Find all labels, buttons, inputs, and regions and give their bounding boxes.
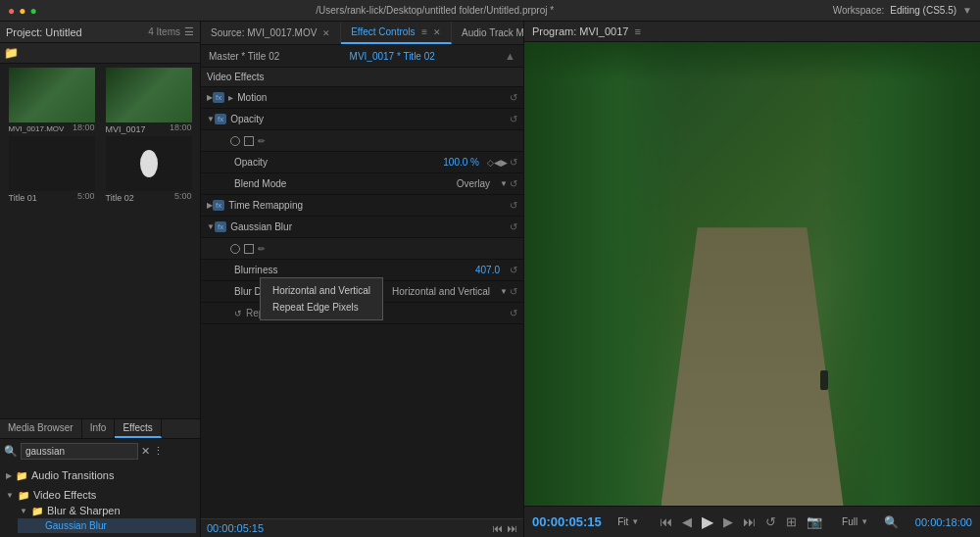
clip-link[interactable]: MVI_0017 * Title 02 xyxy=(350,51,435,62)
fit-dropdown-icon[interactable]: ▼ xyxy=(631,517,639,526)
opacity-reset-icon[interactable]: ↺ xyxy=(510,114,517,124)
gaussian-expand-icon[interactable]: ▼ xyxy=(207,222,215,231)
effects-search-row: 🔍 ✕ ⋮ xyxy=(0,439,200,464)
thumb-item-3[interactable]: Title 02 5:00 xyxy=(101,136,196,203)
fit-control[interactable]: Fit ▼ xyxy=(617,516,639,527)
time-remap-reset-icon[interactable]: ↺ xyxy=(510,200,517,211)
full-dropdown-icon[interactable]: ▼ xyxy=(860,517,868,526)
project-header: Project: Untitled 4 Items ☰ xyxy=(0,22,200,43)
clear-search-button[interactable]: ✕ xyxy=(141,445,150,458)
opacity-diamond-icon[interactable]: ◇ xyxy=(487,158,494,168)
effects-options-button[interactable]: ⋮ xyxy=(153,445,164,458)
opacity-next-keyframe-icon[interactable]: ▶ xyxy=(501,158,508,168)
blur-dimensions-reset-icon[interactable]: ↺ xyxy=(510,286,517,297)
dropdown-menu[interactable]: Horizontal and Vertical Repeat Edge Pixe… xyxy=(260,277,383,320)
time-remap-label: Time Remapping xyxy=(228,200,508,211)
time-remap-row[interactable]: ▶ fx Time Remapping ↺ xyxy=(201,195,523,217)
opacity-prev-keyframe-icon[interactable]: ◀ xyxy=(494,158,501,168)
motion-effect-row[interactable]: ▶ fx ▸ Motion ↺ xyxy=(201,87,523,109)
effect-controls-tab[interactable]: Effect Controls ≡ ✕ xyxy=(341,22,452,44)
thumb-item-2[interactable]: Title 01 5:00 xyxy=(4,136,99,203)
zoom-icon[interactable]: 🔍 xyxy=(884,515,899,529)
project-toolbar: 📁 xyxy=(0,43,200,64)
pen-btn-gaussian[interactable]: ✏ xyxy=(258,244,266,254)
pen-btn-opacity[interactable]: ✏ xyxy=(258,136,266,146)
traffic-lights[interactable]: ● ● ● xyxy=(8,4,37,18)
gaussian-sub-row: ✏ xyxy=(201,238,523,260)
prev-frame-button[interactable]: ◀ xyxy=(678,513,696,531)
effect-group-audio-transitions[interactable]: ▶ 📁 Audio Transitions xyxy=(0,465,200,485)
dropdown-item-repeat-edge[interactable]: Repeat Edge Pixels xyxy=(269,299,374,316)
gaussian-blur-effect-row[interactable]: ▼ fx Gaussian Blur ↺ xyxy=(201,217,523,238)
circle-btn-gaussian[interactable] xyxy=(230,244,240,254)
tab-media-browser[interactable]: Media Browser xyxy=(0,419,82,438)
thumb-item-1[interactable]: MVI_0017 18:00 xyxy=(101,68,196,134)
blend-mode-dropdown[interactable]: Overlay ▼ xyxy=(457,178,508,189)
program-timecode-out[interactable]: 00:00:18:00 xyxy=(915,516,972,528)
step-forward-button[interactable]: ⏭ xyxy=(739,513,760,531)
motion-reset-icon[interactable]: ↺ xyxy=(510,92,517,103)
project-title: Project: Untitled xyxy=(6,26,82,38)
blur-dimensions-dropdown[interactable]: Horizontal and Vertical ▼ xyxy=(392,286,508,297)
scroll-to-top-icon[interactable]: ▲ xyxy=(505,50,515,62)
folder-icon[interactable]: 📁 xyxy=(4,46,19,60)
source-tab-close-icon[interactable]: ✕ xyxy=(322,28,330,38)
zoom-control[interactable]: 🔍 xyxy=(884,515,899,529)
program-panel-menu-icon[interactable]: ≡ xyxy=(634,25,640,37)
program-timecode-in[interactable]: 00:00:05:15 xyxy=(532,514,602,529)
fx-gaussian-badge: fx xyxy=(215,221,226,232)
thumb-item-0[interactable]: MVI_0017.MOV 18:00 xyxy=(4,68,99,134)
items-count: 4 Items xyxy=(148,26,180,37)
dropdown-item-horizontal-vertical[interactable]: Horizontal and Vertical xyxy=(269,282,374,299)
effect-controls-tab-menu-icon[interactable]: ≡ xyxy=(421,26,427,37)
blend-mode-reset-icon[interactable]: ↺ xyxy=(510,178,517,189)
opacity-value-row[interactable]: Opacity 100.0 % ◇ ◀ ▶ ↺ xyxy=(201,152,523,173)
opacity-expand-icon[interactable]: ▼ xyxy=(207,115,215,123)
effect-group-video-effects[interactable]: ▼ 📁 Video Effects ▼ 📁 Blur & Sharpen Gau… xyxy=(0,485,200,535)
blurriness-reset-icon[interactable]: ↺ xyxy=(510,265,517,275)
safe-margins-button[interactable]: ⊞ xyxy=(782,513,801,531)
thumb-label-0: MVI_0017.MOV xyxy=(9,124,65,133)
effect-controls-tab-close-icon[interactable]: ✕ xyxy=(433,27,441,37)
tab-effects[interactable]: Effects xyxy=(115,419,161,438)
blurriness-value[interactable]: 407.0 xyxy=(475,265,500,275)
square-btn-opacity[interactable] xyxy=(244,136,254,146)
transport-controls: ⏮ ◀ ▶ ▶ ⏭ ↺ ⊞ 📷 xyxy=(656,511,826,533)
blurriness-row[interactable]: Blurriness 407.0 ↺ Horizontal and Vertic… xyxy=(201,260,523,281)
play-button[interactable]: ▶ xyxy=(698,511,717,533)
step-back-button[interactable]: ⏮ xyxy=(656,513,676,531)
chevron-audio-transitions-icon: ▶ xyxy=(6,471,12,480)
ec-next-icon[interactable]: ⏭ xyxy=(507,522,517,534)
ec-prev-icon[interactable]: ⏮ xyxy=(492,522,503,534)
effect-subgroup-blur[interactable]: ▼ 📁 Blur & Sharpen Gaussian Blur xyxy=(4,503,196,533)
loop-button[interactable]: ↺ xyxy=(761,513,780,531)
blur-dimensions-dropdown-icon[interactable]: ▼ xyxy=(500,287,508,296)
bottom-panel-tabs: Media Browser Info Effects 🔍 ✕ ⋮ ▶ 📁 Aud… xyxy=(0,418,200,537)
workspace-label: Workspace: xyxy=(833,5,885,16)
thumbnails-grid: MVI_0017.MOV 18:00 MVI_0017 18:00 Title … xyxy=(0,64,200,207)
thumb-dur-3: 5:00 xyxy=(174,191,192,203)
thumb-label-2: Title 01 xyxy=(9,193,37,203)
opacity-value[interactable]: 100.0 % xyxy=(443,157,479,168)
next-frame-button[interactable]: ▶ xyxy=(719,513,737,531)
effect-controls-timecode-bar: 00:00:05:15 ⏮ ⏭ xyxy=(201,518,523,537)
gaussian-blur-item[interactable]: Gaussian Blur xyxy=(18,518,196,533)
effect-controls-transport-icons: ⏮ ⏭ xyxy=(492,522,517,534)
opacity-reset-prop-icon[interactable]: ↺ xyxy=(510,157,517,168)
video-effects-label: Video Effects xyxy=(33,489,96,501)
square-btn-gaussian[interactable] xyxy=(244,244,254,254)
export-frame-button[interactable]: 📷 xyxy=(803,513,826,531)
circle-btn-opacity[interactable] xyxy=(230,136,240,146)
folder-video-icon: 📁 xyxy=(18,490,29,501)
tab-info[interactable]: Info xyxy=(82,419,116,438)
blend-mode-dropdown-icon[interactable]: ▼ xyxy=(500,179,508,188)
opacity-effect-row[interactable]: ▼ fx Opacity ↺ xyxy=(201,109,523,130)
workspace-dropdown-icon[interactable]: ▼ xyxy=(962,5,972,16)
effects-search-input[interactable] xyxy=(21,443,138,460)
source-tab[interactable]: Source: MVI_0017.MOV ✕ xyxy=(201,23,341,43)
effects-list: ▶ 📁 Audio Transitions ▼ 📁 Video Effects … xyxy=(0,464,200,537)
gaussian-blur-reset-icon[interactable]: ↺ xyxy=(510,221,517,232)
panel-menu-icon[interactable]: ☰ xyxy=(184,25,194,38)
full-control[interactable]: Full ▼ xyxy=(842,516,868,527)
repeat-edge-reset-icon[interactable]: ↺ xyxy=(510,308,517,318)
